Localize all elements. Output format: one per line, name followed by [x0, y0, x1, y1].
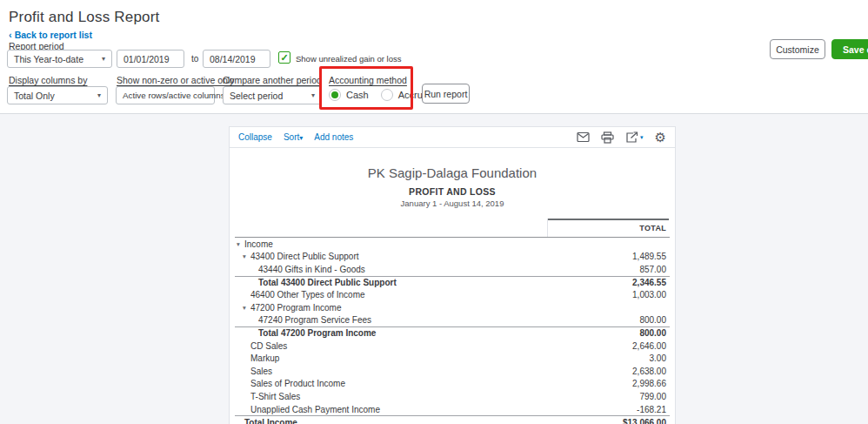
table-row: Sales2,638.00: [235, 365, 670, 378]
back-to-report-list-link[interactable]: ‹Back to report list: [9, 30, 92, 40]
collapse-link[interactable]: Collapse: [238, 132, 272, 142]
row-value[interactable]: 1,003.00: [632, 290, 666, 299]
table-row: ▾43400 Direct Public Support1,489.55: [235, 251, 670, 264]
row-value[interactable]: 800.00: [639, 328, 666, 338]
page-title: Profit and Loss Report: [9, 9, 160, 26]
table-row: Unapplied Cash Payment Income-168.21: [235, 403, 670, 416]
row-label: Unapplied Cash Payment Income: [250, 405, 380, 414]
end-date-input[interactable]: 08/14/2019: [203, 50, 270, 68]
back-chevron-icon: ‹: [9, 30, 12, 40]
report-header: Profit and Loss Report ‹Back to report l…: [0, 0, 868, 114]
table-row: 43440 Gifts in Kind - Goods857.00: [235, 263, 670, 276]
report-title: PROFIT AND LOSS: [230, 186, 675, 197]
nonzero-label: Show non-zero or active only: [117, 75, 234, 85]
row-label: CD Sales: [250, 341, 287, 351]
row-value[interactable]: 1,489.55: [632, 252, 666, 261]
row-value[interactable]: 2,998.66: [632, 379, 666, 388]
show-unrealized-label: Show unrealized gain or loss: [296, 54, 401, 64]
accounting-method-label: Accounting method: [329, 75, 407, 85]
table-header: TOTAL: [230, 219, 675, 238]
row-value[interactable]: -168.21: [637, 405, 666, 414]
run-report-button[interactable]: Run report: [422, 84, 470, 104]
row-label: Total 47200 Program Income: [258, 328, 376, 338]
table-row: Total Income$13,066.00: [235, 415, 670, 424]
chevron-down-icon: ▾: [640, 134, 644, 141]
customize-button[interactable]: Customize: [770, 39, 825, 59]
table-row: Total 43400 Direct Public Support2,346.5…: [235, 276, 670, 289]
row-value[interactable]: 2,646.00: [632, 341, 666, 351]
table-row: ▾47200 Program Income: [235, 301, 670, 314]
sort-link[interactable]: Sort▾: [284, 132, 303, 142]
compare-period-label: Compare another period: [223, 75, 322, 85]
row-label: 47240 Program Service Fees: [258, 315, 371, 325]
table-row: Sales of Product Income2,998.66: [235, 378, 670, 391]
total-column-header: TOTAL: [639, 224, 666, 232]
chevron-down-icon: ▾: [97, 55, 105, 63]
table-row: CD Sales2,646.00: [235, 340, 670, 353]
to-label: to: [191, 54, 198, 64]
email-icon[interactable]: [577, 131, 590, 143]
display-columns-select[interactable]: Total Only▾: [7, 86, 108, 104]
expand-collapse-caret-icon[interactable]: ▾: [237, 240, 244, 248]
print-icon[interactable]: [601, 131, 614, 144]
profit-and-loss-report-page: { "colors":{ "accent-green":"#2ca01c", "…: [0, 0, 868, 424]
row-label: Markup: [250, 353, 279, 363]
expand-collapse-caret-icon[interactable]: ▾: [243, 252, 250, 260]
compare-period-select[interactable]: Select period▾: [223, 86, 322, 104]
row-label: Income: [244, 239, 273, 249]
report-period-select[interactable]: This Year-to-date▾: [7, 50, 112, 68]
show-unrealized-checkbox[interactable]: ✓: [278, 51, 290, 64]
row-value[interactable]: 2,346.55: [632, 278, 666, 287]
start-date-input[interactable]: 01/01/2019: [117, 50, 184, 68]
table-row: ▾Income: [235, 238, 670, 251]
save-customization-button[interactable]: Save customization: [831, 39, 868, 59]
report-card: Collapse Sort▾ Add notes ▾ ⚙ PK S: [229, 126, 676, 424]
accounting-method-group: Cash Accrual: [329, 89, 430, 101]
row-label: 47200 Program Income: [250, 303, 342, 313]
row-value[interactable]: 3.00: [650, 353, 666, 363]
nonzero-select[interactable]: Active rows/active columns▾: [116, 86, 215, 104]
cash-radio[interactable]: Cash: [329, 89, 369, 101]
table-row: Markup3.00: [235, 352, 670, 365]
company-name: PK Sagip-Dalaga Foundation: [230, 165, 675, 180]
table-row: 46400 Other Types of Income1,003.00: [235, 288, 670, 301]
row-label: Sales of Product Income: [250, 379, 345, 388]
table-row: Total 47200 Program Income800.00: [235, 326, 670, 340]
report-date-range: January 1 - August 14, 2019: [230, 199, 675, 208]
row-value[interactable]: 2,638.00: [632, 367, 666, 376]
report-table-body: ▾Income▾43400 Direct Public Support1,489…: [230, 238, 675, 424]
settings-gear-icon[interactable]: ⚙: [655, 131, 666, 144]
toolbar-icons: ▾ ⚙: [577, 131, 666, 144]
checkmark-icon: ✓: [280, 52, 288, 64]
row-value[interactable]: $13,066.00: [623, 418, 666, 424]
total-column-topline: [547, 219, 669, 220]
chevron-down-icon: ▾: [299, 134, 303, 142]
export-icon[interactable]: ▾: [625, 131, 644, 144]
row-label: T-Shirt Sales: [250, 392, 300, 401]
row-value[interactable]: 857.00: [639, 265, 666, 274]
row-value[interactable]: 800.00: [639, 315, 666, 325]
expand-collapse-caret-icon[interactable]: ▾: [243, 304, 250, 312]
table-header-underline: [235, 237, 670, 238]
display-columns-label: Display columns by: [9, 75, 87, 85]
radio-selected-icon: [329, 89, 341, 101]
report-toolbar: Collapse Sort▾ Add notes ▾ ⚙: [230, 127, 675, 148]
row-label: Total Income: [244, 418, 297, 424]
radio-unselected-icon: [381, 89, 393, 101]
add-notes-link[interactable]: Add notes: [314, 132, 353, 142]
table-row: T-Shirt Sales799.00: [235, 390, 670, 403]
row-label: Sales: [250, 367, 272, 376]
row-label: 43400 Direct Public Support: [250, 252, 359, 261]
row-value[interactable]: 799.00: [639, 392, 666, 401]
accounting-method-highlight-box: [319, 66, 413, 110]
total-column-divider: [547, 219, 548, 238]
chevron-down-icon: ▾: [93, 91, 101, 99]
row-label: Total 43400 Direct Public Support: [258, 278, 397, 287]
chevron-down-icon: ▾: [307, 91, 315, 99]
table-row: 47240 Program Service Fees800.00: [235, 314, 670, 327]
row-label: 43440 Gifts in Kind - Goods: [258, 265, 365, 274]
row-label: 46400 Other Types of Income: [250, 290, 365, 299]
